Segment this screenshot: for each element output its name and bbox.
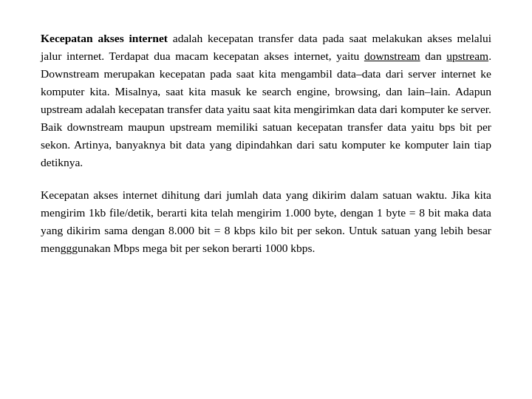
bold-intro: Kecepatan akses internet [41, 32, 168, 44]
downstream-term: downstream [364, 50, 420, 62]
text-part4: . Downstream merupakan kecepatan pada sa… [41, 50, 491, 168]
paragraph-1: Kecepatan akses internet adalah kecepata… [41, 30, 491, 171]
upstream-term: upstream [446, 50, 488, 62]
main-content: Kecepatan akses internet adalah kecepata… [0, 0, 532, 301]
paragraph-2: Kecepatan akses internet dihitung dari j… [41, 186, 491, 257]
text-part3: dan [420, 50, 447, 62]
paragraph2-text: Kecepatan akses internet dihitung dari j… [41, 188, 491, 254]
